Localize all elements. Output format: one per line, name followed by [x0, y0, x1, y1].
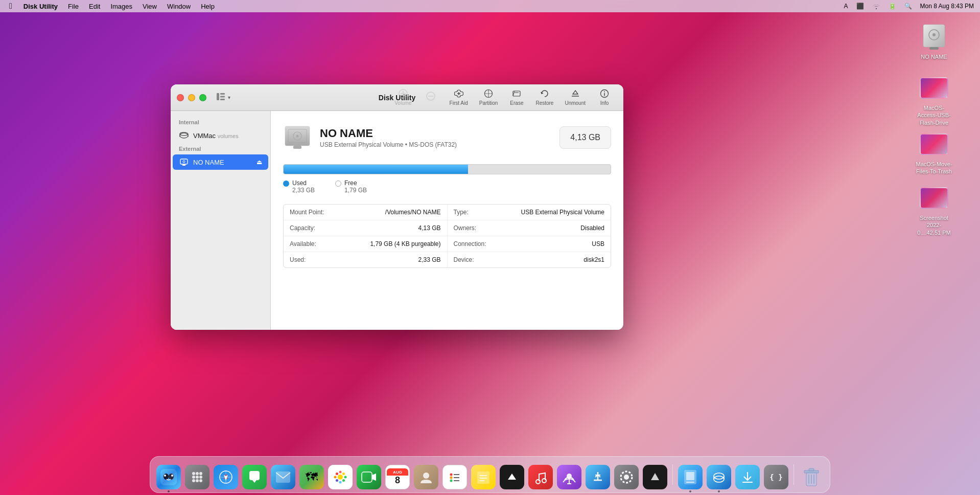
dock-separator-2 [794, 464, 794, 485]
maximize-button[interactable] [199, 94, 206, 101]
dock-item-photos[interactable] [327, 463, 354, 489]
toolbar-btn-first-aid[interactable]: First Aid [445, 87, 473, 108]
svg-point-47 [192, 479, 195, 482]
menubar-app-name[interactable]: Disk Utility [19, 0, 62, 12]
safari-icon [214, 465, 238, 489]
dock-item-maps[interactable]: 🗺 [298, 463, 325, 489]
svg-point-57 [339, 471, 342, 474]
dock-item-podcasts[interactable] [556, 463, 582, 489]
disk-utility-window: ▾ Disk Utility Volume [171, 84, 623, 330]
toolbar-btn-info[interactable]: Info [592, 87, 617, 108]
dock-item-downloader[interactable] [734, 463, 761, 489]
macos-move-label: MacOS-Move-Files-To-Trash [916, 161, 952, 175]
toolbar-btn-volume: Volume [389, 87, 416, 108]
dock-item-safari[interactable] [213, 463, 239, 489]
svg-point-42 [196, 472, 199, 475]
search-icon[interactable]: 🔍 [902, 3, 914, 10]
eject-icon[interactable]: ⏏ [256, 159, 262, 166]
svg-rect-103 [809, 468, 814, 471]
dock-item-trash[interactable] [798, 463, 825, 489]
dock-item-launchpad[interactable] [184, 463, 211, 489]
dock-item-appletv[interactable] [499, 463, 525, 489]
svg-point-63 [336, 479, 338, 482]
apple-menu[interactable]:  [4, 0, 17, 12]
menubar-view[interactable]: View [138, 0, 161, 12]
datetime-display: Mon 8 Aug 8:43 PM [918, 3, 976, 10]
details-row-1: Capacity: 4,13 GB Owners: Disabled [284, 220, 611, 236]
dock-item-topnotch[interactable] [642, 463, 668, 489]
storage-section: Used 2,33 GB Free 1,79 GB [283, 164, 611, 194]
dock-item-messages[interactable] [241, 463, 268, 489]
toolbar-btn-restore[interactable]: Restore [530, 87, 558, 108]
menubar-images[interactable]: Images [106, 0, 136, 12]
finder-dot [168, 490, 170, 492]
sidebar-item-vmmac[interactable]: VMMac volumes [173, 128, 268, 143]
volume-info: NO NAME USB External Physical Volume • M… [320, 127, 559, 148]
svg-point-44 [192, 476, 195, 479]
macos-access-icon-img [920, 74, 948, 102]
keyboard-indicator[interactable]: A [842, 3, 850, 10]
volume-subtitle: USB External Physical Volume • MS-DOS (F… [320, 141, 559, 148]
desktop-icon-screenshot[interactable]: Screenshot 2022-0....42.51 PM [914, 182, 954, 238]
dock-item-finder[interactable] [155, 463, 182, 489]
minimize-button[interactable] [188, 94, 195, 101]
free-value: 1,79 GB [344, 187, 367, 194]
dock-item-appstore[interactable] [585, 463, 611, 489]
dock-item-facetime[interactable] [356, 463, 382, 489]
svg-point-68 [450, 474, 453, 476]
toolbar-btn-unmount[interactable]: Unmount [559, 87, 591, 108]
topnotch-icon [643, 465, 667, 489]
svg-point-79 [536, 480, 540, 484]
svg-point-43 [199, 472, 202, 475]
details-cell-owners-label: Owners: Disabled [448, 220, 611, 236]
svg-point-80 [542, 479, 546, 483]
dock-item-calendar[interactable]: AUG 8 [384, 463, 411, 489]
svg-point-48 [196, 479, 199, 482]
apple-icon:  [9, 2, 12, 11]
svg-point-38 [169, 474, 174, 480]
svg-point-46 [199, 476, 202, 479]
calendar-icon: AUG 8 [385, 465, 410, 489]
menubar-window[interactable]: Window [163, 0, 195, 12]
dock-item-sysprefs[interactable] [613, 463, 640, 489]
svg-rect-93 [686, 472, 694, 480]
diskutil-dock-icon [707, 465, 731, 489]
sidebar-item-no-name[interactable]: NO NAME ⏏ [173, 154, 268, 170]
free-label: Free [344, 179, 367, 187]
facetime-icon [357, 465, 381, 489]
menubar-edit[interactable]: Edit [85, 0, 104, 12]
battery-icon[interactable]: 🔋 [886, 3, 898, 10]
notes-icon [471, 465, 496, 489]
svg-rect-29 [182, 164, 185, 166]
svg-point-89 [624, 475, 629, 480]
desktop-icon-no-name[interactable]: NO NAME [914, 20, 954, 62]
finder-icon [156, 465, 181, 489]
svg-point-67 [423, 472, 429, 479]
dock-item-reminders[interactable] [441, 463, 468, 489]
dock-item-preview[interactable] [677, 463, 704, 489]
svg-point-58 [339, 481, 342, 484]
desktop-icon-macos-move[interactable]: MacOS-Move-Files-To-Trash [914, 128, 954, 177]
dock-item-scripts[interactable]: { } [763, 463, 789, 489]
dock-item-mail[interactable] [270, 463, 296, 489]
menubar-file[interactable]: File [64, 0, 83, 12]
view-toggle[interactable]: ▾ [217, 93, 230, 102]
close-button[interactable] [177, 94, 184, 101]
details-row-0: Mount Point: /Volumes/NO NAME Type: USB … [284, 205, 611, 220]
dock-item-diskutil[interactable] [706, 463, 732, 489]
details-row-2: Available: 1,79 GB (4 KB purgeable) Conn… [284, 236, 611, 252]
preview-icon [678, 465, 703, 489]
dock-item-notes[interactable] [470, 463, 497, 489]
trash-icon [799, 465, 824, 489]
volume-size-badge: 4,13 GB [559, 126, 611, 149]
dock-item-contacts[interactable] [413, 463, 439, 489]
wifi-icon[interactable] [870, 3, 882, 9]
toolbar-btn-partition[interactable]: Partition [474, 87, 503, 108]
svg-point-72 [450, 480, 453, 482]
toolbar-btn-erase[interactable]: Erase [504, 87, 529, 108]
screen-record-icon[interactable]: ⬛ [854, 3, 866, 10]
toolbar-btn-remove [418, 89, 444, 105]
desktop-icon-macos-access[interactable]: MacOS-Access-USB-Flash-Drive [914, 72, 954, 128]
dock-item-music[interactable] [527, 463, 554, 489]
menubar-help[interactable]: Help [197, 0, 219, 12]
